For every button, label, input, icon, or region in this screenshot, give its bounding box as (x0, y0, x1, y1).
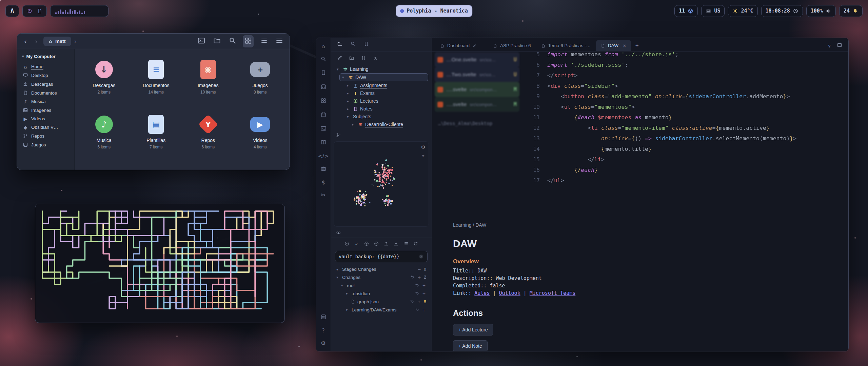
sidebar-item-musica[interactable]: ♪Musica (20, 97, 71, 106)
now-playing-module[interactable]: Polyphia - Neurotica (396, 5, 472, 17)
ribbon-dice-button[interactable] (320, 84, 327, 91)
git-row-root[interactable]: ▾root+ (340, 281, 428, 289)
graph-view-panel[interactable]: ⚙ ⌖ (334, 141, 429, 227)
folder-documentos[interactable]: ≡Documentos14 items (130, 55, 182, 109)
git-commit-button[interactable] (344, 241, 350, 248)
clock-module[interactable]: 18:08:28 (761, 5, 803, 17)
editor-area[interactable]: …One.sveltesrc\co…U…Two.sveltesrc\co…U….… (432, 52, 848, 351)
breadcrumb[interactable]: ⌂ matt (43, 37, 71, 46)
git-row-changes[interactable]: ▾Changes+2 (335, 273, 428, 281)
explorer-folder-plus-button[interactable] (349, 55, 354, 62)
chevron-down-icon[interactable]: ▾ (342, 75, 346, 80)
git-plus-action[interactable]: + (417, 275, 421, 280)
tab-tema-6-pr-cticas[interactable]: Tema 6 Prácticas -… (536, 40, 595, 51)
tree-item-subjects[interactable]: ▾Subjects (344, 113, 428, 120)
git-branch-chip[interactable] (331, 130, 432, 140)
ribbon-calendar-button[interactable] (320, 111, 327, 119)
notifications-module[interactable]: 24 (839, 5, 863, 17)
new-tab-button[interactable]: + (632, 40, 642, 51)
tab-close-icon[interactable]: × (623, 43, 627, 48)
chevron-right-icon[interactable]: ▸ (347, 91, 351, 96)
git-undo-action[interactable] (410, 274, 415, 280)
git-plus-action[interactable]: + (422, 291, 426, 296)
graph-settings-icon[interactable]: ⚙ (420, 144, 426, 150)
forward-button[interactable]: › (33, 37, 40, 45)
git-plus-action[interactable]: + (422, 307, 426, 312)
view-grid-button[interactable] (243, 35, 254, 47)
tab-daw[interactable]: DAW× (596, 40, 631, 51)
git-stage-add-button[interactable] (364, 241, 369, 248)
git-row-obsidian[interactable]: ▾.obsidian+ (344, 289, 428, 298)
chevron-down-icon[interactable]: ▾ (346, 291, 350, 296)
sidebar-section-header[interactable]: ▾ My Computer (20, 53, 71, 62)
chevron-right-icon[interactable]: ▸ (347, 107, 351, 111)
folder-imagenes[interactable]: ◉Imagenes10 items (182, 55, 234, 109)
tree-item-desarrollo-cliente[interactable]: ▸Desarrollo-Cliente (350, 121, 428, 128)
sidebar-item-obsidian-v[interactable]: ◆Obsidian V… (20, 123, 71, 131)
chevron-down-icon[interactable]: ▾ (347, 115, 351, 119)
git-undo-action[interactable] (415, 291, 419, 296)
toggle-right-sidebar-button[interactable] (837, 42, 842, 49)
sidebar-item-juegos[interactable]: Juegos (20, 140, 71, 149)
chevron-down-icon[interactable]: ▾ (336, 267, 340, 271)
git-stage-check-button[interactable]: ✓ (354, 241, 359, 248)
ribbon-search-button[interactable] (320, 56, 327, 63)
ribbon-code-button[interactable]: </> (320, 153, 327, 159)
git-unstage-button[interactable] (374, 241, 379, 248)
ribbon-help-button[interactable]: ? (320, 328, 327, 334)
file-manager-headerbar[interactable]: ‹ › ⌂ matt › (17, 34, 290, 49)
git-pull-button[interactable] (393, 241, 399, 248)
graph-focus-icon[interactable]: ⌖ (420, 153, 426, 158)
chevron-right-icon[interactable]: ▸ (352, 122, 356, 127)
volume-module[interactable]: 100% (806, 5, 836, 17)
tree-item-notes[interactable]: ▸Notes (344, 105, 428, 113)
git-plus-action[interactable]: + (422, 283, 426, 288)
link-aules[interactable]: Aules (474, 290, 490, 296)
tab-asp-practice-6[interactable]: ASP Practice 6 (488, 40, 535, 51)
view-list-button[interactable] (258, 35, 269, 47)
git-push-button[interactable] (383, 241, 389, 248)
sidebar-item-descargas[interactable]: Descargas (20, 80, 71, 88)
git-row-graph-json[interactable]: graph.json+M (349, 298, 428, 306)
chevron-down-icon[interactable]: ▾ (341, 283, 345, 287)
sidebar-item-home[interactable]: ⌂Home (20, 62, 71, 71)
git-undo-action[interactable] (415, 307, 419, 312)
quick-settings-module[interactable] (22, 5, 47, 17)
new-folder-button[interactable] (212, 35, 222, 47)
ribbon-camera-button[interactable] (320, 166, 327, 173)
git-row-learning-daw-exams[interactable]: ▾Learning/DAW/Exams+ (344, 306, 428, 314)
power-icon[interactable] (27, 8, 33, 14)
commit-message-input[interactable] (339, 254, 416, 259)
chevron-down-icon[interactable]: ▾ (337, 67, 341, 72)
local-graph-chip[interactable] (331, 228, 432, 238)
open-terminal-button[interactable] (196, 35, 207, 47)
ribbon-book-button[interactable] (320, 139, 327, 147)
sidebar-tab-bookmark[interactable] (363, 41, 369, 48)
git-row-staged-changes[interactable]: ▾Staged Changes−0 (335, 265, 428, 273)
ribbon-bookmark-button[interactable] (320, 70, 327, 77)
folder-juegos[interactable]: +Juegos8 items (234, 55, 287, 109)
git-plus-action[interactable]: + (417, 299, 421, 304)
note-icon[interactable] (37, 8, 42, 14)
git-undo-action[interactable] (410, 299, 414, 304)
add-note-button[interactable]: + Add Note (453, 340, 488, 351)
sidebar-item-desktop[interactable]: Desktop (20, 71, 71, 80)
ribbon-scissors-button[interactable]: ✂ (320, 192, 327, 198)
chevron-right-icon[interactable]: ▸ (347, 99, 351, 103)
tab-dashboard[interactable]: Dashboard (435, 40, 481, 51)
folder-descargas[interactable]: ↓Descargas2 items (78, 55, 130, 109)
folder-musica[interactable]: ♪Musica6 items (78, 109, 130, 164)
git-refresh-button[interactable] (413, 241, 418, 248)
git-minus-action[interactable]: − (417, 267, 421, 272)
git-file-list-button[interactable] (403, 241, 409, 248)
ribbon-terminal-button[interactable] (320, 125, 327, 133)
ribbon-gear-button[interactable]: ⚙ (320, 340, 327, 346)
explorer-sort-button[interactable] (361, 55, 366, 62)
note-breadcrumb[interactable]: Learning / DAW (453, 222, 745, 228)
tree-item-assignments[interactable]: ▸Assignments (344, 82, 428, 89)
link-microsoft-teams[interactable]: Microsoft Teams (530, 290, 575, 296)
folder-videos[interactable]: ▶Videos4 items (234, 109, 287, 164)
sidebar-item-repos[interactable]: Repos (20, 131, 71, 140)
sidebar-item-documentos[interactable]: Documentos (20, 88, 71, 97)
ribbon-grid-button[interactable] (320, 98, 327, 105)
